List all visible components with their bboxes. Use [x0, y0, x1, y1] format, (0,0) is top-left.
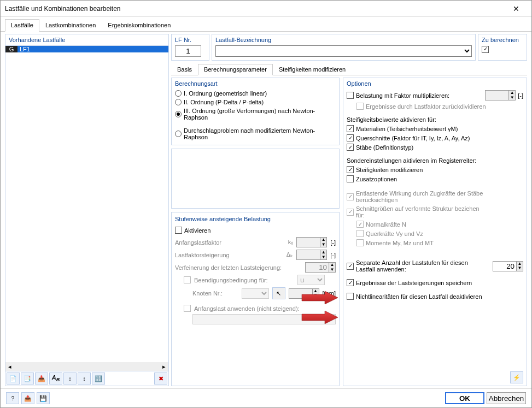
list-item[interactable]: G LF1: [5, 46, 168, 52]
ok-button[interactable]: OK: [445, 392, 484, 404]
stiffness-coeff-header: Steifigkeitsbeiwerte aktivieren für:: [347, 116, 523, 123]
shearforces-checkbox: [356, 230, 364, 237]
tab-lastfaelle[interactable]: Lastfälle: [5, 19, 39, 32]
to-calculate-checkbox[interactable]: [482, 46, 489, 53]
help-button[interactable]: ？: [6, 392, 19, 404]
load-case-list[interactable]: G LF1: [5, 45, 168, 362]
extra-opts-label: Zusatzoptionen: [356, 176, 397, 182]
relief-label: Entlastende Wirkung durch Zugkräfte der …: [356, 190, 498, 203]
termination-checkbox: [184, 276, 191, 283]
window-title: Lastfälle und Kombinationen bearbeiten: [5, 5, 505, 13]
step-k0-label: Anfangslastfaktor: [175, 239, 277, 246]
radio-durchschlag[interactable]: [175, 131, 182, 137]
chevron-left-icon[interactable]: ◂: [5, 363, 14, 370]
startload-checkbox: [184, 305, 191, 312]
scrollbar-horizontal[interactable]: ◂▸: [5, 362, 168, 371]
save-results-checkbox[interactable]: [347, 279, 354, 286]
step-group: Stufenweise ansteigende Belastung: [175, 216, 336, 222]
relief-checkbox: [347, 193, 354, 200]
radio-ordnung1-label: I. Ordnung (geometrisch linear): [184, 90, 267, 97]
options-group: Optionen: [347, 80, 523, 87]
members-checkbox[interactable]: [347, 144, 354, 151]
chevron-right-icon[interactable]: ▸: [160, 363, 168, 370]
divback-label: Ergebnisse durch Lastfaktor zurückdividi…: [366, 103, 486, 110]
radio-ordnung2[interactable]: [175, 99, 182, 105]
factor-label: Belastung mit Faktor multiplizieren:: [356, 92, 483, 99]
subtab-steifigkeiten[interactable]: Steifigkeiten modifizieren: [273, 64, 352, 75]
bez-input[interactable]: [215, 45, 472, 57]
nonlin-label: Nichtlinearitäten für diesen Lastfall de…: [356, 293, 482, 300]
bez-label: Lastfall-Bezeichnung: [215, 37, 472, 43]
cancel-button[interactable]: Abbrechen: [487, 392, 526, 404]
calc-label: Zu berechnen: [482, 37, 523, 43]
deformed-label: Schnittgrößen auf verformte Struktur bez…: [356, 205, 482, 218]
calc-method-group: Berechnungsart: [175, 80, 336, 87]
dk-input: ▲▼: [296, 250, 327, 260]
step-enable-checkbox[interactable]: [175, 227, 182, 234]
list-item-name: LF1: [17, 46, 168, 52]
sort-asc-button[interactable]: ↕: [63, 372, 77, 385]
members-label: Stäbe (Definitionstyp): [356, 144, 413, 151]
step-dk-label: Lastfaktorsteigerung: [175, 252, 277, 258]
k0-input: ▲▼: [296, 237, 327, 247]
lfnr-input[interactable]: [175, 45, 201, 57]
radio-ordnung1[interactable]: [175, 90, 182, 97]
termination-label: Beendigungsbedingung für:: [194, 277, 294, 283]
radio-ordnung3[interactable]: [175, 111, 182, 117]
radio-ordnung2-label: II. Ordnung (P-Delta / P-delta): [184, 99, 264, 105]
divback-checkbox: [356, 103, 364, 110]
special-settings-header: Sondereinstellungen aktivieren im Regist…: [347, 157, 523, 164]
pick-node-button: ↖: [272, 287, 285, 299]
tab-ergebniskombinationen[interactable]: Ergebniskombinationen: [102, 19, 177, 31]
node-label: Knoten Nr.:: [192, 290, 238, 297]
sep-steps-label: Separate Anzahl der Laststufen für diese…: [356, 259, 476, 273]
sections-label: Querschnitte (Faktor für IT, Iy, Iz, A, …: [356, 135, 470, 141]
refine-input: ▲▼: [305, 262, 336, 273]
nonlin-checkbox[interactable]: [347, 293, 354, 300]
list-item-tag: G: [5, 46, 17, 52]
new-button[interactable]: 📄: [7, 372, 20, 385]
subtab-berechnungsparam[interactable]: Berechnungsparameter: [198, 64, 273, 75]
startload-select: [192, 314, 336, 324]
sep-steps-checkbox[interactable]: [347, 263, 354, 270]
node-select: [242, 288, 269, 299]
moments-checkbox: [356, 239, 364, 246]
materials-label: Materialien (Teilsicherheitsbeiwert γM): [356, 126, 458, 132]
node-val-input: ▲▼: [289, 288, 319, 299]
normalforces-checkbox: [356, 221, 364, 228]
step-enable-label: Aktivieren: [184, 227, 211, 234]
lightning-icon[interactable]: ⚡: [510, 371, 523, 383]
sections-checkbox[interactable]: [347, 134, 354, 141]
termination-select: u: [297, 275, 325, 285]
radio-ordnung3-label: III. Ordnung (große Verformungen) nach N…: [184, 108, 336, 121]
export-button[interactable]: 📤: [21, 392, 34, 404]
save-results-label: Ergebnisse der Laststeigerungen speicher…: [356, 280, 472, 286]
left-header: Vorhandene Lastfälle: [5, 34, 168, 45]
copy-button[interactable]: 📑: [21, 372, 34, 385]
sort-num-button[interactable]: 🔢: [92, 372, 105, 385]
stiffmod-label: Steifigkeiten modifizieren: [356, 167, 423, 173]
subtab-basis[interactable]: Basis: [171, 64, 198, 75]
tab-lastkombinationen[interactable]: Lastkombinationen: [39, 19, 102, 31]
save-button[interactable]: 💾: [37, 392, 50, 404]
sep-steps-input[interactable]: ▲▼: [493, 261, 523, 271]
close-icon[interactable]: ✕: [505, 4, 527, 13]
delete-button[interactable]: ✖: [154, 372, 167, 385]
deformed-checkbox: [347, 209, 354, 216]
sorta-button[interactable]: AB: [49, 372, 62, 385]
sort-desc-button[interactable]: ↕: [78, 372, 91, 385]
materials-checkbox[interactable]: [347, 125, 354, 132]
stiffmod-checkbox[interactable]: [347, 166, 354, 173]
startload-label: Anfangslast anwenden (nicht steigend):: [194, 305, 336, 312]
factor-checkbox[interactable]: [347, 92, 354, 99]
factor-input: ▲▼: [485, 90, 516, 100]
lfnr-label: LF Nr.: [175, 37, 206, 43]
step-refine-label: Verfeinerung der letzten Laststeigerung:: [175, 264, 302, 271]
extra-opts-checkbox[interactable]: [347, 175, 354, 182]
import-button[interactable]: 📥: [35, 372, 48, 385]
radio-durchschlag-label: Durchschlagproblem nach modifiziertem Ne…: [184, 127, 336, 140]
